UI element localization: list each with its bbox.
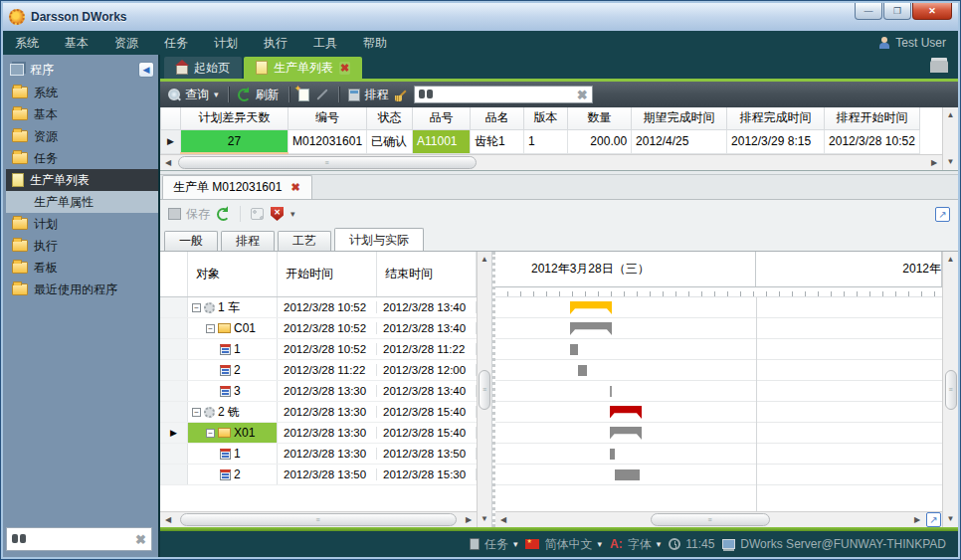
sidebar-collapse-button[interactable]: ◀ — [138, 62, 154, 78]
object-cell[interactable]: 1 — [188, 444, 278, 464]
gantt-bar-X01[interactable] — [610, 427, 643, 440]
grid-hscrollbar[interactable]: ◀ ≡ ▶ — [160, 154, 942, 170]
grid-column-计划差异天数[interactable]: 计划差异天数 — [181, 107, 288, 129]
object-cell[interactable]: 1 — [188, 339, 278, 359]
menu-item-资源[interactable]: 资源 — [114, 36, 138, 50]
object-cell[interactable]: −C01 — [188, 318, 278, 338]
object-cell[interactable]: 2 — [188, 360, 278, 380]
edit-button[interactable] — [315, 93, 329, 95]
scroll-down-icon[interactable]: ▼ — [947, 154, 955, 170]
query-caret-icon[interactable]: ▾ — [214, 90, 219, 99]
table-hscrollbar[interactable]: ◀ ≡ ▶ — [160, 511, 477, 527]
gantt-bar-3[interactable] — [610, 386, 613, 397]
gantt-bar-2[interactable] — [615, 469, 640, 480]
gantt-row[interactable] — [495, 444, 942, 465]
grid-column-状态[interactable]: 状态 — [367, 107, 413, 129]
tasks-status-button[interactable]: 任务▾ — [470, 536, 518, 553]
grid-column-品号[interactable]: 品号 — [413, 107, 471, 129]
grid-column-品名[interactable]: 品名 — [471, 107, 524, 129]
grid-column-排程完成时间[interactable]: 排程完成时间 — [727, 107, 825, 129]
schedule-button[interactable]: 排程 — [348, 87, 389, 103]
object-cell[interactable]: −X01 — [188, 423, 278, 443]
refresh-button[interactable]: 刷新 — [238, 87, 280, 103]
detail-refresh-icon[interactable] — [217, 208, 230, 221]
tab-生产单列表[interactable]: 生产单列表✖ — [244, 57, 362, 79]
scroll-up-icon[interactable]: ▲ — [480, 252, 488, 268]
table-vscrollbar[interactable]: ▲ ≡ ▼ — [477, 252, 491, 527]
grid-vscrollbar[interactable]: ▲ ▼ — [942, 107, 958, 170]
sidebar-item-生产单属性[interactable]: 生产单属性 — [6, 191, 158, 213]
menu-item-任务[interactable]: 任务 — [164, 36, 188, 50]
menu-item-基本[interactable]: 基本 — [65, 36, 89, 50]
gantt-hscrollbar[interactable]: ◀ ≡ ▶ ↗ — [495, 511, 942, 527]
shield-caret-icon[interactable]: ▾ — [290, 209, 295, 219]
table-row[interactable]: 22012/3/28 11:222012/3/28 12:00 — [160, 360, 477, 381]
tree-collapse-icon[interactable]: − — [192, 408, 201, 417]
scroll-up-icon[interactable]: ▲ — [947, 107, 955, 123]
scroll-right-icon[interactable]: ▶ — [926, 158, 942, 167]
scroll-down-icon[interactable]: ▼ — [947, 511, 955, 527]
sidebar-item-最近使用的程序[interactable]: 最近使用的程序 — [6, 279, 158, 300]
tree-collapse-icon[interactable]: − — [206, 429, 215, 438]
new-button[interactable] — [298, 89, 309, 101]
table-row-selected[interactable]: ▶−X012012/3/28 13:302012/3/28 15:40 — [160, 423, 477, 444]
toolbar-search-clear-icon[interactable]: ✖ — [577, 88, 588, 102]
printer-icon[interactable] — [930, 61, 948, 73]
menu-item-执行[interactable]: 执行 — [264, 36, 288, 50]
table-row[interactable]: −1 车2012/3/28 10:522012/3/28 13:40 — [160, 297, 477, 318]
sidebar-item-任务[interactable]: 任务 — [6, 147, 158, 169]
gantt-row[interactable] — [495, 297, 942, 318]
gantt-bar-2 铣[interactable] — [610, 406, 643, 419]
grid-column-数量[interactable]: 数量 — [568, 107, 632, 129]
maximize-button[interactable]: ❐ — [883, 3, 911, 20]
object-cell[interactable]: 2 — [188, 465, 278, 484]
gantt-bar-C01[interactable] — [570, 322, 612, 335]
toolbar-search-box[interactable]: ✖ — [414, 86, 593, 103]
shield-icon[interactable]: ✕ — [271, 207, 284, 221]
order-tab-close-icon[interactable]: ✖ — [289, 181, 300, 194]
grid-row[interactable]: ▶27M012031601已确认A11001齿轮11200.002012/4/2… — [161, 129, 920, 153]
font-selector[interactable]: A: 字体▾ — [610, 536, 661, 553]
clean-button[interactable] — [395, 89, 408, 101]
gantt-bar-1[interactable] — [610, 449, 615, 460]
table-row[interactable]: −2 铣2012/3/28 13:302012/3/28 15:40 — [160, 402, 477, 423]
current-user[interactable]: Test User — [878, 36, 946, 50]
routing-icon[interactable] — [251, 208, 264, 220]
gantt-vscrollbar[interactable]: ▲ ≡ ▼ — [942, 252, 958, 527]
menu-item-系统[interactable]: 系统 — [15, 36, 39, 50]
grid-column-期望完成时间[interactable]: 期望完成时间 — [632, 107, 727, 129]
scroll-left-icon[interactable]: ◀ — [160, 158, 176, 167]
table-row[interactable]: 12012/3/28 10:522012/3/28 11:22 — [160, 339, 477, 360]
gantt-row[interactable] — [495, 339, 942, 360]
tab-close-icon[interactable]: ✖ — [339, 62, 350, 75]
query-button[interactable]: 查询 ▾ — [168, 87, 219, 103]
gantt-bar-1 车[interactable] — [570, 301, 612, 314]
scroll-left-icon[interactable]: ◀ — [160, 515, 176, 524]
scroll-down-icon[interactable]: ▼ — [480, 511, 488, 527]
sidebar-item-资源[interactable]: 资源 — [6, 125, 158, 147]
sidebar-item-基本[interactable]: 基本 — [6, 103, 158, 125]
title-bar[interactable]: Darsson DWorks — ❐ ✕ — [3, 3, 958, 31]
scroll-left-icon[interactable]: ◀ — [495, 515, 511, 524]
gantt-row[interactable] — [495, 402, 942, 423]
gantt-row[interactable] — [495, 423, 942, 444]
table-row[interactable]: 32012/3/28 13:302012/3/28 13:40 — [160, 381, 477, 402]
order-document-tab[interactable]: 生产单 M012031601 ✖ — [162, 175, 312, 199]
object-cell[interactable]: −2 铣 — [188, 402, 278, 422]
subtab-工艺[interactable]: 工艺 — [278, 231, 331, 251]
tree-collapse-icon[interactable]: − — [192, 303, 201, 312]
sidebar-search-box[interactable]: ✖ — [6, 527, 152, 551]
table-row[interactable]: 12012/3/28 13:302012/3/28 13:50 — [160, 444, 477, 465]
expand-gantt-icon[interactable]: ↗ — [926, 512, 941, 527]
gantt-row[interactable] — [495, 360, 942, 381]
gantt-bar-2[interactable] — [578, 365, 588, 376]
grid-column-排程开始时间[interactable]: 排程开始时间 — [825, 107, 920, 129]
menu-item-帮助[interactable]: 帮助 — [363, 36, 387, 50]
scroll-up-icon[interactable]: ▲ — [947, 252, 955, 268]
table-row[interactable]: 22012/3/28 13:502012/3/28 15:30 — [160, 465, 477, 485]
object-cell[interactable]: 3 — [188, 381, 278, 401]
sidebar-item-执行[interactable]: 执行 — [6, 235, 158, 257]
scroll-right-icon[interactable]: ▶ — [909, 515, 925, 524]
sidebar-item-系统[interactable]: 系统 — [6, 82, 158, 103]
language-selector[interactable]: 简体中文▾ — [525, 536, 602, 553]
